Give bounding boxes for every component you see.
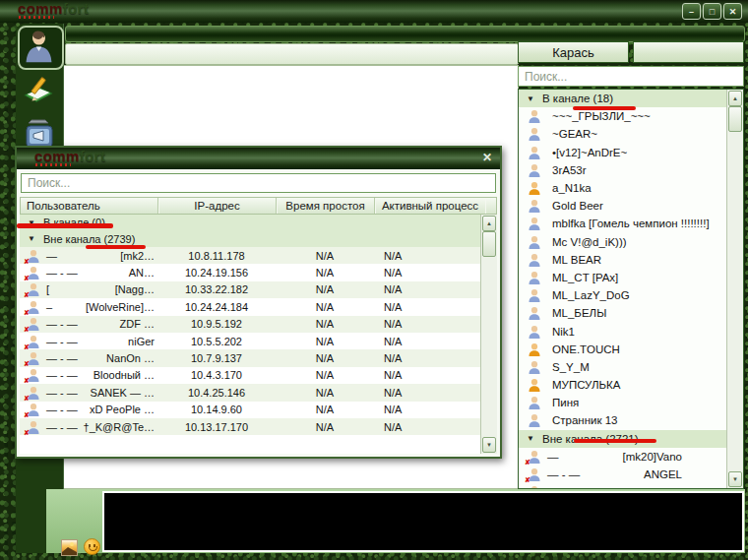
user-cell: ✘ [ [Nagg…: [20, 281, 157, 297]
user-icon: ✘: [26, 367, 41, 383]
table-row[interactable]: ✘ — - — xD PeoPle … 10.14.9.60 N/A N/A: [20, 402, 481, 418]
close-button[interactable]: ✕: [723, 3, 742, 20]
user-name-prefix: — - —: [46, 421, 78, 433]
collapse-triangle-icon[interactable]: ▼: [527, 434, 537, 443]
user-icon: ✘: [26, 350, 41, 366]
search-placeholder: Поиск...: [525, 70, 567, 84]
scroll-down-icon: ▼: [732, 476, 738, 482]
tab-karas[interactable]: Карась: [518, 41, 629, 63]
table-row[interactable]: ✘ — - — niGer 10.5.5.202 N/A N/A: [20, 333, 481, 349]
column-user[interactable]: Пользователь: [21, 198, 158, 214]
user-list-item[interactable]: ✘ ML_LazY_DoG: [519, 286, 727, 304]
sidebar-search-input[interactable]: Поиск...: [518, 66, 744, 87]
tab-empty[interactable]: [633, 41, 744, 63]
idle-cell: N/A: [276, 267, 374, 279]
maximize-button[interactable]: □: [703, 3, 721, 20]
user-list-item[interactable]: ✘ mblfka [Гомель чемпион !!!!!!!!]: [519, 215, 727, 232]
table-row[interactable]: ✘ — [mk2… 10.8.11.178 N/A N/A: [20, 247, 481, 264]
user-list-item[interactable]: ✘ ONE.TOUCH: [519, 341, 727, 358]
process-cell: N/A: [374, 387, 480, 399]
popup-search-input[interactable]: Поиск...: [21, 173, 496, 193]
table-row[interactable]: ✘ – [WolveRine]… 10.24.24.184 N/A N/A: [20, 298, 481, 315]
process-cell: N/A: [374, 352, 480, 364]
notepad-pencil-icon: [22, 75, 55, 108]
scroll-up-button[interactable]: ▲: [482, 216, 496, 231]
collapse-triangle-icon[interactable]: ▼: [28, 234, 38, 243]
user-list-item[interactable]: ✘ Mc V!@d_iK))): [519, 233, 727, 251]
user-icon: ✘: [26, 281, 41, 297]
scroll-thumb[interactable]: [482, 231, 496, 257]
user-icon: ✘: [26, 334, 41, 349]
user-name: ML BEAR: [552, 254, 601, 266]
ip-cell: 10.8.11.178: [157, 250, 276, 262]
user-name: a_N1ka: [552, 182, 592, 194]
table-row[interactable]: ✘ — - — NanOn … 10.7.9.137 N/A N/A: [20, 349, 481, 366]
user-list-item[interactable]: ✘ Странник 13: [519, 411, 727, 429]
user-icon: ✘: [527, 145, 542, 160]
user-list-item[interactable]: ✘ 3rA53r: [519, 161, 727, 179]
ip-cell: 10.7.9.137: [157, 352, 276, 364]
user-cell: ✘ — - — AN…: [20, 265, 157, 280]
popup-close-button[interactable]: ✕: [482, 151, 492, 164]
user-list-item[interactable]: ✘ ML_БЕЛЫ: [519, 304, 727, 322]
user-list-item[interactable]: ✘ МУПСУЛЬКА: [519, 376, 727, 394]
notepad-button[interactable]: [22, 75, 55, 112]
collapse-triangle-icon[interactable]: ▼: [527, 94, 537, 103]
table-row[interactable]: ✘ — - — Bloodный … 10.4.3.170 N/A N/A: [20, 367, 481, 384]
popup-titlebar[interactable]: commfort ✕: [17, 148, 500, 169]
column-process[interactable]: Активный процесс: [375, 198, 485, 214]
column-idle[interactable]: Время простоя: [277, 198, 375, 214]
user-name: mblfka [Гомель чемпион !!!!!!!!]: [552, 218, 710, 229]
annotation-underline-popup-channel: [17, 223, 113, 228]
user-name: NanOn …: [106, 352, 157, 364]
table-row[interactable]: ✘ — - — †_K@R@Te… 10.13.17.170 N/A N/A: [20, 418, 481, 435]
user-list-item[interactable]: ✘ Gold Beer: [519, 197, 727, 215]
scroll-down-icon: ▼: [486, 442, 492, 448]
user-list-item[interactable]: ✘ — [mk20]Vano: [519, 448, 727, 466]
scroll-down-button[interactable]: ▼: [482, 437, 496, 453]
group-header[interactable]: ▼ В канале (18): [519, 90, 727, 107]
user-list-scrollbar[interactable]: ▲ ▼: [726, 90, 743, 488]
ip-cell: 10.5.5.202: [157, 336, 276, 347]
minimize-button[interactable]: –: [682, 3, 701, 20]
secondary-toolbar: [65, 43, 519, 65]
insert-image-button[interactable]: [61, 539, 78, 556]
user-icon: ✘: [527, 467, 542, 482]
user-list-item[interactable]: ✘ ML BEAR: [519, 251, 727, 269]
user-name-prefix: —: [46, 250, 57, 262]
user-list-item[interactable]: ✘ [ [Naggano]: [519, 483, 727, 488]
user-name: Gold Beer: [552, 200, 603, 212]
scroll-down-button[interactable]: ▼: [728, 471, 742, 487]
column-ip[interactable]: IP-адрес: [158, 198, 277, 214]
user-name-prefix: —: [547, 451, 559, 463]
user-list-item[interactable]: ✘ ~GEAR~: [519, 125, 727, 143]
logo-fort: fort: [80, 148, 106, 164]
table-row[interactable]: ✘ — - — SANEK — … 10.4.25.146 N/A N/A: [20, 384, 481, 401]
idle-cell: N/A: [276, 404, 374, 415]
user-list-item[interactable]: ✘ ML_CT [PAx]: [519, 269, 727, 286]
user-list-item[interactable]: ✘ •[v12]~AnDrE~: [519, 144, 727, 161]
user-list-item[interactable]: ✘ Пиня: [519, 394, 727, 411]
user-list-item[interactable]: ✘ Nik1: [519, 322, 727, 340]
idle-cell: N/A: [276, 283, 374, 295]
search-placeholder: Поиск...: [28, 176, 70, 190]
emoticon-button[interactable]: [84, 538, 100, 555]
process-cell: N/A: [374, 267, 480, 279]
user-icon: ✘: [26, 299, 41, 315]
user-list-item[interactable]: ✘ — - — ANGEL: [519, 466, 727, 483]
table-row[interactable]: ✘ — - — ZDF … 10.9.5.192 N/A N/A: [20, 316, 481, 333]
scroll-up-button[interactable]: ▲: [728, 91, 742, 106]
scroll-thumb[interactable]: [728, 106, 742, 132]
table-row[interactable]: ✘ — - — AN… 10.24.19.156 N/A N/A: [20, 264, 481, 280]
user-cell: ✘ — - — xD PeoPle …: [20, 402, 157, 417]
user-list-item[interactable]: ✘ a_N1ka: [519, 179, 727, 197]
annotation-underline-offchannel-count: [574, 439, 656, 443]
my-avatar[interactable]: [18, 26, 64, 70]
user-list-item[interactable]: ✘ S_Y_M: [519, 358, 727, 376]
user-cell: ✘ — - — †_K@R@Te…: [20, 419, 157, 435]
redacted-message-input[interactable]: [102, 491, 744, 552]
table-scrollbar[interactable]: ▲ ▼: [480, 215, 497, 454]
user-list: ▼ В канале (18) ✘ ~~~_ГРЫЗЛИ_~~~ ✘ ~GEAR…: [519, 90, 727, 488]
table-row[interactable]: ✘ [ [Nagg… 10.33.22.182 N/A N/A: [20, 281, 481, 298]
user-name-prefix: [: [547, 486, 550, 488]
